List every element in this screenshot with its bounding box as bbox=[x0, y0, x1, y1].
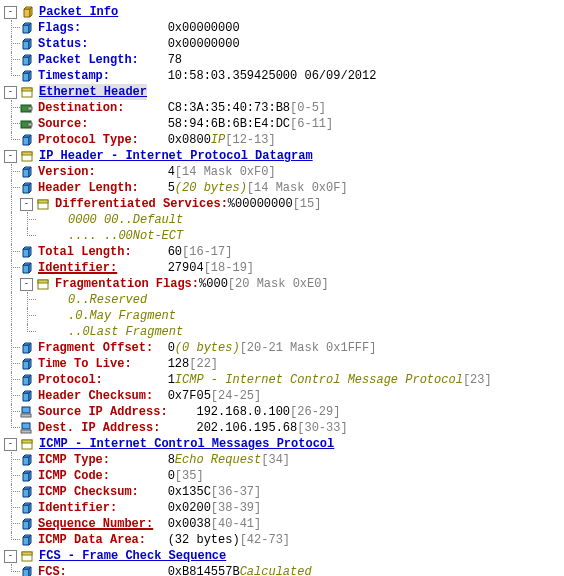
fragflags-val: %000 bbox=[199, 276, 228, 292]
hdr-icon bbox=[21, 437, 35, 451]
t-pkt[interactable]: - bbox=[4, 6, 17, 19]
t-diff[interactable]: - bbox=[20, 198, 33, 211]
ip-totlen-a: [16-17] bbox=[182, 244, 232, 260]
hdr-icon bbox=[21, 85, 35, 99]
eth-dest-val: C8:3A:35:40:73:B8 bbox=[168, 100, 290, 116]
cube-icon bbox=[20, 261, 34, 275]
diffserv-val: %00000000 bbox=[228, 196, 293, 212]
ip-chksum-a: [24-25] bbox=[211, 388, 261, 404]
icmp-ident-a: [38-39] bbox=[211, 500, 261, 516]
ip-hlen-a: [14 Mask 0x0F] bbox=[247, 180, 348, 196]
cube-icon bbox=[20, 181, 34, 195]
ip-dst-val: 202.106.195.68 bbox=[196, 420, 297, 436]
icmp-ident-label: Identifier: bbox=[38, 500, 117, 516]
status-label: Status: bbox=[38, 36, 88, 52]
host-icon bbox=[20, 421, 34, 435]
fcs-e: Calculated bbox=[240, 564, 312, 576]
eth-src-a: [6-11] bbox=[290, 116, 333, 132]
ip-totlen-val: 60 bbox=[168, 244, 182, 260]
status-val: 0x00000000 bbox=[168, 36, 240, 52]
cube-icon bbox=[20, 485, 34, 499]
icmp-data-label: ICMP Data Area: bbox=[38, 532, 146, 548]
ip-proto-val: 1 bbox=[168, 372, 175, 388]
cube-icon bbox=[20, 165, 34, 179]
t-frag[interactable]: - bbox=[20, 278, 33, 291]
icmp-seq-label: Sequence Number: bbox=[38, 516, 153, 532]
icmp-chksum-label: ICMP Checksum: bbox=[38, 484, 139, 500]
ip-ver-val: 4 bbox=[168, 164, 175, 180]
t-eth[interactable]: - bbox=[4, 86, 17, 99]
eth-dest-a: [0-5] bbox=[290, 100, 326, 116]
t-fcs[interactable]: - bbox=[4, 550, 17, 563]
packet-info-header[interactable]: Packet Info bbox=[39, 4, 118, 20]
cube-icon bbox=[20, 357, 34, 371]
time-label: Timestamp: bbox=[38, 68, 110, 84]
ip-hlen-val: 5 bbox=[168, 180, 175, 196]
hdr-icon bbox=[21, 149, 35, 163]
ip-dst-a: [30-33] bbox=[297, 420, 347, 436]
frag1-bits: 0.. bbox=[68, 292, 90, 308]
frag3-desc: Last Fragment bbox=[90, 324, 184, 340]
fcs-val: 0xB814557B bbox=[168, 564, 240, 576]
nic-icon bbox=[20, 117, 34, 131]
ip-src-val: 192.168.0.100 bbox=[196, 404, 290, 420]
ip-fragoff-e: (0 bytes) bbox=[175, 340, 240, 356]
diffserv-label[interactable]: Differentiated Services: bbox=[55, 196, 228, 212]
hdr-icon bbox=[37, 277, 51, 291]
fragflags-label[interactable]: Fragmentation Flags: bbox=[55, 276, 199, 292]
ip-ident-val: 27904 bbox=[168, 260, 204, 276]
cube-icon bbox=[20, 533, 34, 547]
ip-fragoff-val: 0 bbox=[168, 340, 175, 356]
plen-val: 78 bbox=[168, 52, 182, 68]
t-icmp[interactable]: - bbox=[4, 438, 17, 451]
ip-ident-a: [18-19] bbox=[204, 260, 254, 276]
cube-icon bbox=[20, 373, 34, 387]
ip-hlen-e: (20 bytes) bbox=[175, 180, 247, 196]
ip-totlen-label: Total Length: bbox=[38, 244, 132, 260]
icmp-type-val: 8 bbox=[168, 452, 175, 468]
ip-chksum-val: 0x7F05 bbox=[168, 388, 211, 404]
ip-ver-a: [14 Mask 0xF0] bbox=[175, 164, 276, 180]
icmp-type-e: Echo Request bbox=[175, 452, 261, 468]
diffserv-anno: [15] bbox=[293, 196, 322, 212]
diff1-bits: 0000 00.. bbox=[68, 212, 133, 228]
nic-icon bbox=[20, 101, 34, 115]
eth-proto-e: IP bbox=[211, 132, 225, 148]
cube-icon bbox=[20, 37, 34, 51]
icmp-header[interactable]: ICMP - Internet Control Messages Protoco… bbox=[39, 436, 334, 452]
icmp-seq-a: [40-41] bbox=[211, 516, 261, 532]
icmp-data-val: (32 bytes) bbox=[168, 532, 240, 548]
ip-ver-label: Version: bbox=[38, 164, 96, 180]
icmp-code-a: [35] bbox=[175, 468, 204, 484]
ip-src-a: [26-29] bbox=[290, 404, 340, 420]
ip-src-label: Source IP Address: bbox=[38, 404, 168, 420]
cube-icon bbox=[20, 517, 34, 531]
t-ip[interactable]: - bbox=[4, 150, 17, 163]
cube-icon bbox=[21, 5, 35, 19]
cube-icon bbox=[20, 21, 34, 35]
eth-header[interactable]: Ethernet Header bbox=[39, 84, 147, 100]
icmp-chksum-a: [36-37] bbox=[211, 484, 261, 500]
hdr-icon bbox=[37, 197, 51, 211]
eth-src-label: Source: bbox=[38, 116, 88, 132]
cube-icon bbox=[20, 501, 34, 515]
ip-chksum-label: Header Checksum: bbox=[38, 388, 153, 404]
cube-icon bbox=[20, 565, 34, 576]
icmp-data-a: [42-73] bbox=[240, 532, 290, 548]
diff1-desc: Default bbox=[133, 212, 183, 228]
fragflags-anno: [20 Mask 0xE0] bbox=[228, 276, 329, 292]
host-icon bbox=[20, 405, 34, 419]
ip-dst-label: Dest. IP Address: bbox=[38, 420, 160, 436]
plen-label: Packet Length: bbox=[38, 52, 139, 68]
cube-icon bbox=[20, 453, 34, 467]
ip-ident-label: Identifier: bbox=[38, 260, 117, 276]
cube-icon bbox=[20, 389, 34, 403]
flags-val: 0x00000000 bbox=[168, 20, 240, 36]
ip-proto-e: ICMP - Internet Control Message Protocol bbox=[175, 372, 463, 388]
time-val: 10:58:03.359425000 06/09/2012 bbox=[168, 68, 377, 84]
icmp-ident-val: 0x0200 bbox=[168, 500, 211, 516]
frag1-desc: Reserved bbox=[90, 292, 148, 308]
eth-proto-label: Protocol Type: bbox=[38, 132, 139, 148]
ip-header[interactable]: IP Header - Internet Protocol Datagram bbox=[39, 148, 313, 164]
fcs-header[interactable]: FCS - Frame Check Sequence bbox=[39, 548, 226, 564]
